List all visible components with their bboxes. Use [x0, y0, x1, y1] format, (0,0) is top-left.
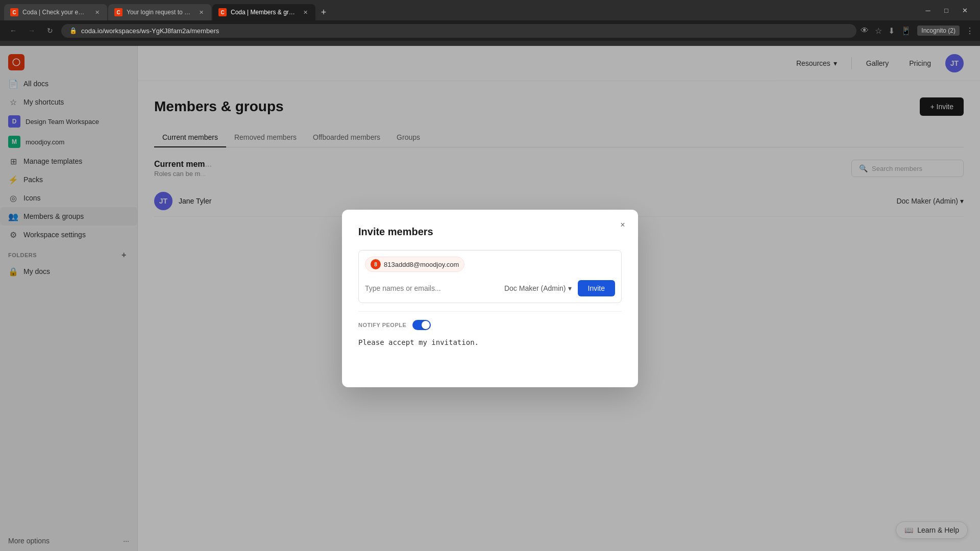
toggle-knob	[422, 321, 430, 329]
eye-off-icon: 👁	[861, 26, 869, 35]
close-window-button[interactable]: ✕	[958, 3, 972, 17]
modal-overlay[interactable]: Invite members × 8 813addd8@moodjoy.com …	[0, 46, 980, 551]
role-chevron-icon: ▾	[568, 284, 572, 292]
notify-row: NOTIFY PEOPLE	[358, 320, 622, 330]
modal-title: Invite members	[358, 226, 622, 238]
email-tag[interactable]: 8 813addd8@moodjoy.com	[365, 257, 464, 272]
address-bar[interactable]: 🔒 coda.io/workspaces/ws-YgKJ8fam2a/membe…	[61, 24, 856, 38]
tab-close-3[interactable]: ✕	[301, 8, 309, 16]
tab-close-1[interactable]: ✕	[93, 8, 101, 16]
invite-modal: Invite members × 8 813addd8@moodjoy.com …	[342, 210, 638, 387]
bookmark-icon[interactable]: ☆	[875, 26, 882, 36]
message-area[interactable]: Please accept my invitation.	[358, 338, 622, 371]
role-select-label: Doc Maker (Admin)	[504, 284, 566, 292]
back-button[interactable]: ←	[6, 23, 20, 38]
role-select-dropdown[interactable]: Doc Maker (Admin) ▾	[504, 284, 572, 292]
cast-icon[interactable]: 📱	[901, 26, 911, 36]
tab-title-3: Coda | Members & groups	[231, 9, 297, 16]
tab-title-2: Your login request to Coda	[127, 9, 193, 16]
address-url: coda.io/workspaces/ws-YgKJ8fam2a/members	[81, 27, 219, 35]
lock-icon: 🔒	[69, 27, 77, 34]
close-icon: ×	[620, 220, 625, 230]
tab-favicon-3: C	[218, 8, 227, 16]
reload-button[interactable]: ↻	[43, 23, 57, 38]
invite-input-row: Doc Maker (Admin) ▾ Invite	[365, 280, 615, 296]
notify-label: NOTIFY PEOPLE	[358, 322, 406, 328]
invite-text-input[interactable]	[365, 284, 498, 292]
new-tab-button[interactable]: +	[316, 5, 331, 19]
incognito-label: Incognito (2)	[917, 26, 960, 36]
modal-close-button[interactable]: ×	[616, 218, 630, 232]
browser-tab-2[interactable]: C Your login request to Coda ✕	[108, 4, 211, 20]
tab-close-2[interactable]: ✕	[197, 8, 205, 16]
browser-tab-3[interactable]: C Coda | Members & groups ✕	[212, 4, 315, 20]
download-icon[interactable]: ⬇	[888, 26, 895, 36]
email-tag-text: 813addd8@moodjoy.com	[384, 261, 459, 268]
forward-button[interactable]: →	[24, 23, 39, 38]
tab-favicon-2: C	[114, 8, 122, 16]
tab-title-1: Coda | Check your email to fi...	[22, 9, 89, 16]
message-input[interactable]: Please accept my invitation.	[358, 338, 622, 369]
browser-tab-1[interactable]: C Coda | Check your email to fi... ✕	[4, 4, 107, 20]
invite-input-area[interactable]: 8 813addd8@moodjoy.com Doc Maker (Admin)…	[358, 250, 622, 303]
restore-button[interactable]: □	[939, 3, 953, 17]
menu-icon[interactable]: ⋮	[966, 26, 974, 36]
notify-toggle[interactable]	[412, 320, 431, 330]
modal-invite-button[interactable]: Invite	[578, 280, 615, 296]
email-tag-avatar: 8	[371, 259, 381, 269]
minimize-button[interactable]: ─	[921, 3, 935, 17]
tab-favicon-1: C	[10, 8, 18, 16]
